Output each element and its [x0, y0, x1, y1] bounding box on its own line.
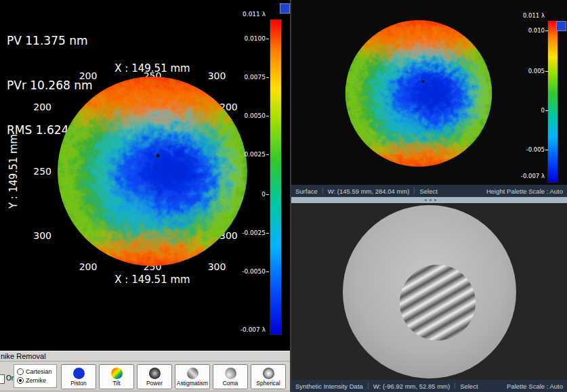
coma-icon [225, 368, 236, 379]
surface-view-panel: 0.011 λ 0.010 0.005 0 -0.005 -0.007 λ Su… [291, 0, 567, 197]
zernike-removal-panel: nike Removal On Cartesian Zernike Piston… [0, 351, 290, 392]
surface-height-map-small[interactable] [340, 15, 497, 172]
x-axis-label-bottom: X : 149.51 mm [114, 274, 190, 286]
piston-button[interactable]: Piston [61, 364, 96, 389]
statusbar-separator [455, 383, 455, 389]
y-axis-label-left: Y : 149.51 mm [7, 134, 20, 209]
colorbar-min-label: -0.007 λ [229, 326, 266, 333]
interference-fringes [400, 265, 476, 341]
colorbar-tick: 0.005 [497, 68, 545, 74]
statusbar-palette-scale[interactable]: Height Palette Scale : Auto [486, 188, 563, 195]
colorbar-tick: 0.0050 [229, 112, 266, 119]
statusbar-mode[interactable]: Select [419, 188, 437, 195]
surface-statusbar: Surface W: (145.59 mm, 284.04 mm) Select… [291, 185, 567, 197]
statusbar-view-name[interactable]: Surface [295, 188, 318, 195]
height-colorbar-small [547, 20, 558, 183]
spherical-icon [263, 368, 274, 379]
colorbar-tick: 0.0025 [229, 151, 266, 158]
statusbar-separator [322, 188, 323, 194]
radio-cartesian[interactable]: Cartesian [17, 368, 54, 375]
statusbar-coordinates: W: (-96.92 mm, 52.85 mm) [373, 383, 450, 390]
tilt-button[interactable]: Tilt [99, 364, 134, 389]
y-tick: 300 [28, 230, 51, 241]
astigmatism-button[interactable]: Astigmatism [175, 364, 210, 389]
colorbar-tick: 0 [229, 191, 266, 198]
term-label: Tilt [112, 380, 120, 387]
radio-button-icon[interactable] [17, 377, 24, 384]
term-label: Piston [70, 380, 87, 387]
statusbar-separator [414, 188, 415, 194]
colorbar-tick: 0.0100 [229, 35, 266, 42]
intensity-pupil-image[interactable] [343, 205, 516, 378]
scale-settings-button[interactable] [280, 3, 290, 14]
y-tick: 250 [28, 166, 51, 177]
radio-label: Zernike [26, 377, 46, 384]
statusbar-mode[interactable]: Select [460, 383, 478, 390]
power-button[interactable]: Power [137, 364, 172, 389]
colorbar-tick: 0.0075 [229, 74, 266, 81]
colorbar-max-label: 0.011 λ [229, 11, 266, 18]
panel-splitter[interactable] [291, 197, 567, 203]
zernike-term-buttons: Piston Tilt Power Astigmatism Coma Spher… [61, 364, 286, 389]
center-marker [156, 154, 159, 157]
colorbar-tick: -0.005 [497, 146, 545, 153]
center-marker [421, 80, 424, 83]
coma-button[interactable]: Coma [213, 364, 248, 389]
on-checkbox[interactable] [0, 374, 5, 384]
splitter-grip-icon [429, 199, 432, 201]
panel-title: nike Removal [1, 352, 46, 360]
statusbar-view-name[interactable]: Synthetic Intensity Data [295, 383, 363, 390]
colorbar-max-label: 0.011 λ [497, 12, 545, 19]
radio-label: Cartesian [26, 368, 52, 375]
colorbar-tick: 0 [497, 107, 545, 114]
piston-icon [73, 368, 85, 379]
astigmatism-icon [187, 368, 198, 379]
spherical-button[interactable]: Spherical [251, 364, 286, 389]
surface-height-map[interactable] [51, 70, 254, 273]
scale-settings-button[interactable] [556, 21, 566, 31]
pv-stat: PV 11.375 nm [7, 33, 94, 48]
colorbar-tick: -0.0025 [229, 230, 266, 236]
colorbar-tick: 0.010 [497, 27, 545, 34]
radio-button-icon[interactable] [17, 368, 24, 375]
colorbar-min-label: -0.007 λ [497, 173, 545, 179]
basis-radio-group: Cartesian Zernike [14, 364, 57, 388]
intensity-statusbar: Synthetic Intensity Data W: (-96.92 mm, … [291, 380, 567, 392]
intensity-view-panel: Synthetic Intensity Data W: (-96.92 mm, … [291, 203, 567, 392]
analysis-plot-panel: PV 11.375 nm PVr 10.268 nm RMS 1.624 nm … [0, 0, 290, 392]
term-label: Astigmatism [177, 380, 208, 387]
term-label: Power [146, 380, 163, 387]
tilt-icon [111, 368, 123, 379]
statusbar-separator [368, 383, 369, 389]
height-colorbar [270, 19, 282, 335]
term-label: Spherical [256, 380, 280, 387]
statusbar-coordinates: W: (145.59 mm, 284.04 mm) [328, 188, 410, 195]
term-label: Coma [223, 380, 238, 387]
radio-zernike[interactable]: Zernike [17, 377, 54, 384]
statusbar-palette-scale[interactable]: Palette Scale : Auto [507, 383, 563, 390]
y-tick: 200 [28, 102, 51, 112]
colorbar-tick: -0.0050 [229, 268, 266, 275]
power-icon [149, 368, 161, 379]
